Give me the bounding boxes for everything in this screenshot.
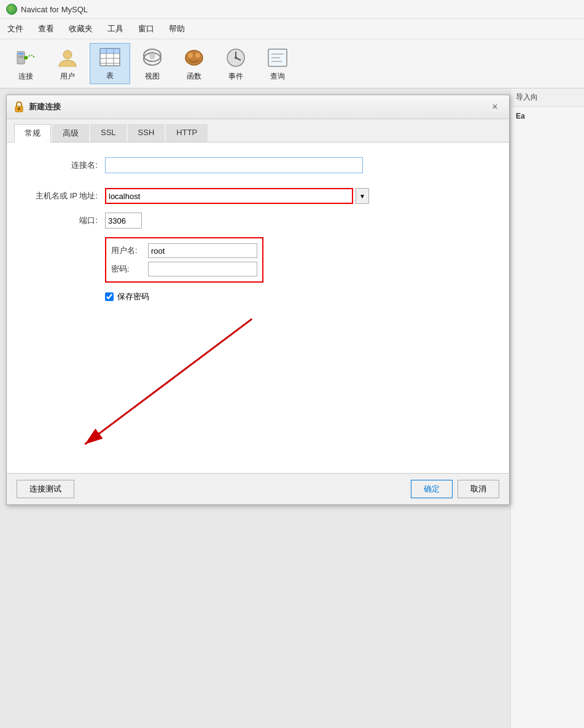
- menu-view[interactable]: 查看: [31, 21, 61, 37]
- connect-icon: [15, 47, 37, 69]
- event-icon: [225, 47, 247, 69]
- tab-ssl[interactable]: SSL: [90, 124, 127, 142]
- username-row: 用户名:: [111, 243, 257, 258]
- user-icon: [56, 47, 79, 69]
- tab-ssh[interactable]: SSH: [128, 124, 165, 142]
- lock-icon: [14, 101, 24, 112]
- dialog-body: 连接名: 主机名或 IP 地址: ▼ 端口:: [7, 143, 509, 473]
- tab-advanced[interactable]: 高级: [52, 124, 89, 142]
- side-panel: 导入向 Ea: [510, 88, 584, 728]
- test-connection-button[interactable]: 连接测试: [17, 480, 74, 498]
- credentials-box: 用户名: 密码:: [105, 237, 263, 283]
- menu-bar: 文件 查看 收藏夹 工具 窗口 帮助: [0, 19, 584, 39]
- spacer-1: [25, 182, 491, 188]
- svg-rect-1: [18, 53, 23, 55]
- svg-point-18: [195, 53, 200, 58]
- query-icon: [267, 47, 289, 69]
- port-input[interactable]: [105, 213, 142, 229]
- username-input[interactable]: [148, 243, 257, 258]
- svg-point-17: [188, 53, 193, 58]
- svg-rect-2: [18, 56, 23, 57]
- footer-right: 确定 取消: [411, 480, 499, 498]
- host-dropdown-button[interactable]: ▼: [356, 188, 369, 204]
- dialog-tabs: 常规 高级 SSL SSH HTTP: [7, 119, 509, 143]
- ea-text: Ea: [516, 112, 579, 120]
- credentials-row: 用户名: 密码:: [25, 237, 491, 283]
- app-title: Navicat for MySQL: [21, 5, 88, 14]
- connection-name-label: 连接名:: [25, 160, 105, 171]
- svg-point-4: [24, 56, 28, 60]
- toolbar: 连接 用户 表 视图: [0, 39, 584, 88]
- dialog-title-bar: 新建连接 ×: [7, 95, 509, 119]
- menu-window[interactable]: 窗口: [131, 21, 162, 37]
- password-input[interactable]: [148, 262, 257, 276]
- dialog-close-button[interactable]: ×: [488, 100, 502, 114]
- main-area: 导入向 Ea 新建连接 × 常规 高级 SSL SSH H: [0, 88, 584, 728]
- save-password-label: 保存密码: [117, 291, 149, 302]
- svg-point-22: [235, 57, 237, 59]
- toolbar-table[interactable]: 表: [90, 43, 130, 84]
- function-icon: [183, 47, 205, 69]
- svg-point-28: [18, 108, 20, 110]
- toolbar-event[interactable]: 事件: [216, 44, 255, 84]
- toolbar-query[interactable]: 查询: [258, 44, 297, 84]
- svg-point-16: [185, 50, 203, 65]
- view-icon: [141, 47, 163, 69]
- menu-favorites[interactable]: 收藏夹: [61, 21, 100, 37]
- port-row: 端口:: [25, 213, 491, 229]
- new-connection-dialog: 新建连接 × 常规 高级 SSL SSH HTTP 连接名: 主机名或 IP 地…: [6, 95, 510, 505]
- tab-http[interactable]: HTTP: [166, 124, 208, 142]
- password-row: 密码:: [111, 262, 257, 276]
- table-icon: [99, 46, 121, 68]
- svg-point-15: [149, 51, 155, 60]
- toolbar-user[interactable]: 用户: [48, 44, 87, 84]
- dialog-title: 新建连接: [29, 101, 61, 112]
- tab-general[interactable]: 常规: [14, 124, 51, 143]
- annotation-arrow-svg: [25, 311, 491, 458]
- import-label: 导入向: [511, 88, 584, 107]
- password-label: 密码:: [111, 264, 148, 275]
- save-password-checkbox[interactable]: [105, 292, 114, 301]
- arrow-annotation-area: [25, 311, 491, 458]
- connection-name-row: 连接名:: [25, 157, 491, 173]
- host-row: 主机名或 IP 地址: ▼: [25, 188, 491, 204]
- port-label: 端口:: [25, 215, 105, 226]
- menu-file[interactable]: 文件: [0, 21, 31, 37]
- menu-tools[interactable]: 工具: [100, 21, 131, 37]
- dialog-footer: 连接测试 确定 取消: [7, 473, 509, 504]
- svg-rect-12: [100, 49, 120, 53]
- cancel-button[interactable]: 取消: [457, 480, 499, 498]
- side-panel-body: Ea: [511, 107, 584, 129]
- svg-line-30: [85, 319, 252, 444]
- menu-help[interactable]: 帮助: [162, 21, 192, 37]
- ok-button[interactable]: 确定: [411, 480, 453, 498]
- username-label: 用户名:: [111, 245, 148, 256]
- host-input[interactable]: [105, 188, 353, 204]
- app-logo: [6, 4, 17, 15]
- host-input-wrapper: ▼: [105, 188, 369, 204]
- title-bar: Navicat for MySQL: [0, 0, 584, 19]
- host-label: 主机名或 IP 地址:: [25, 190, 105, 202]
- toolbar-view[interactable]: 视图: [133, 44, 172, 84]
- connection-name-input[interactable]: [105, 157, 363, 173]
- svg-point-5: [63, 50, 72, 59]
- save-password-row: 保存密码: [105, 291, 491, 302]
- toolbar-connect[interactable]: 连接: [6, 44, 45, 84]
- footer-left: 连接测试: [17, 480, 74, 498]
- svg-rect-3: [18, 57, 23, 58]
- toolbar-function[interactable]: 函数: [174, 44, 214, 84]
